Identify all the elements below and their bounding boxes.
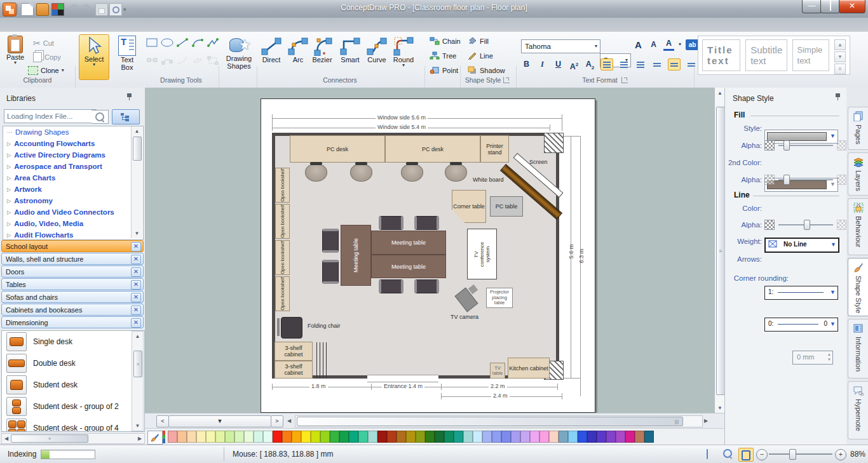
tab-behaviour[interactable]: Behaviour: [848, 198, 868, 255]
screen-label[interactable]: Screen: [529, 159, 548, 165]
palette-swatch[interactable]: [225, 431, 234, 443]
new-document-icon[interactable]: [21, 3, 34, 16]
bold-button[interactable]: B: [521, 59, 532, 70]
scroll-up-icon[interactable]: ▲: [132, 332, 143, 339]
library-section-bar[interactable]: Sofas and chairs✕: [1, 291, 144, 303]
libraries-h-scrollbar[interactable]: ◀ ≡ ▶: [1, 433, 145, 444]
palette-swatch[interactable]: [435, 431, 444, 443]
library-search-input[interactable]: [4, 109, 97, 123]
undo-icon[interactable]: ↶: [67, 3, 79, 15]
palette-swatch[interactable]: [196, 431, 206, 443]
palette-swatch[interactable]: [215, 431, 225, 443]
connector-round-button[interactable]: Round▾: [393, 37, 414, 67]
ellipse-tool-icon[interactable]: [160, 37, 174, 48]
close-button[interactable]: ✕: [839, 0, 865, 13]
tv-conference-shape[interactable]: TV conference system: [467, 229, 497, 279]
pc-desk-shape[interactable]: PC desk: [290, 135, 385, 163]
restore-button[interactable]: [820, 0, 840, 13]
app-logo-icon[interactable]: [3, 3, 17, 17]
stool-chair-shape[interactable]: [401, 164, 423, 182]
shrink-font-icon[interactable]: A: [648, 39, 659, 50]
palette-swatch[interactable]: [368, 431, 377, 443]
scroll-down-icon[interactable]: ▼: [715, 405, 724, 411]
palette-swatch[interactable]: [177, 431, 187, 443]
library-tree-item[interactable]: ▷Artwork: [3, 184, 143, 195]
chair-shape[interactable]: [322, 229, 339, 253]
palette-swatch[interactable]: [568, 431, 578, 443]
align-middle-button[interactable]: [668, 58, 681, 70]
palette-swatch[interactable]: [587, 431, 597, 443]
fill-style-select[interactable]: ▼: [764, 130, 838, 144]
connector-arc-button[interactable]: Arc: [287, 37, 309, 64]
line-color-select[interactable]: No Line ▼: [764, 238, 839, 253]
pin-icon[interactable]: [126, 93, 133, 100]
transform-icon[interactable]: [206, 55, 220, 66]
palette-swatch[interactable]: [397, 431, 406, 443]
zoom-in-button[interactable]: +: [835, 449, 846, 460]
library-section-bar[interactable]: Dimensioning✕: [1, 316, 144, 328]
chair-shape[interactable]: [414, 216, 439, 230]
white-board-label[interactable]: White board: [473, 177, 504, 183]
list-item[interactable]: Single desk: [2, 331, 144, 352]
dim-entrance-label[interactable]: Entrance 1.4 m: [382, 383, 424, 389]
alpha-checker-icon[interactable]: [764, 175, 775, 185]
point-button[interactable]: Point: [430, 66, 458, 74]
palette-swatch[interactable]: [463, 431, 473, 443]
palette-swatch[interactable]: [559, 431, 568, 443]
palette-swatch[interactable]: [282, 431, 292, 443]
corner-rounding-input[interactable]: 0 mm ▲▼: [792, 351, 833, 365]
stool-chair-shape[interactable]: [350, 164, 372, 182]
library-section-bar[interactable]: Cabinets and bookcases✕: [1, 304, 144, 316]
arc-tool-icon[interactable]: [191, 37, 205, 48]
scrollbar-thumb[interactable]: |||: [297, 417, 683, 426]
pc-table-shape[interactable]: PC table: [490, 196, 523, 217]
chair-shape[interactable]: [414, 279, 439, 293]
connector-smart-button[interactable]: Smart: [339, 37, 361, 64]
chair-shape[interactable]: [379, 279, 403, 293]
select-button[interactable]: Select▾: [79, 34, 109, 80]
palette-swatch[interactable]: [520, 431, 530, 443]
library-tree-item[interactable]: ▷Audio and Video Connectors: [3, 206, 143, 218]
palette-swatch[interactable]: [349, 431, 358, 443]
projector-table-shape[interactable]: Projector placing table: [486, 288, 513, 308]
palette-swatch[interactable]: [501, 431, 511, 443]
cut-button[interactable]: ✂Cut: [33, 38, 54, 48]
library-tree-item[interactable]: ▷Active Directory Diagrams: [3, 149, 143, 161]
document-page[interactable]: Window side 5.6 m Window side 5.4 m 5.6 …: [261, 98, 595, 413]
prev-page-button[interactable]: <: [156, 415, 169, 427]
palette-swatch[interactable]: [206, 431, 215, 443]
highlight-icon[interactable]: ab: [686, 39, 699, 50]
copy-button[interactable]: Copy: [33, 52, 61, 62]
weight-select[interactable]: 1: ▼: [764, 286, 838, 300]
palette-swatch[interactable]: [454, 431, 463, 443]
gallery-title-text[interactable]: Title text: [702, 39, 740, 71]
chair-shape[interactable]: [322, 260, 339, 284]
palette-swatch[interactable]: [597, 431, 606, 443]
tv-camera-label[interactable]: TV camera: [451, 314, 478, 320]
expand-arrow-icon[interactable]: ▷: [7, 232, 11, 238]
palette-swatch[interactable]: [320, 431, 330, 443]
expand-arrow-icon[interactable]: ▷: [7, 210, 11, 215]
palette-swatch[interactable]: [311, 431, 320, 443]
palette-swatch[interactable]: [473, 431, 482, 443]
palette-swatch[interactable]: [511, 431, 520, 443]
search-button[interactable]: [92, 110, 109, 124]
palette-swatch[interactable]: [578, 431, 587, 443]
palette-swatch[interactable]: [539, 431, 549, 443]
font-color-icon[interactable]: A: [663, 38, 674, 51]
dim-63-label[interactable]: 6.3 m: [578, 247, 585, 265]
palette-swatch[interactable]: [425, 431, 435, 443]
meeting-table-shape[interactable]: Meeting table: [371, 255, 446, 278]
tree-scrollbar[interactable]: ▲ ▼: [131, 126, 142, 238]
palette-swatch[interactable]: [292, 431, 301, 443]
palette-swatch[interactable]: [549, 431, 559, 443]
close-icon[interactable]: ✕: [131, 293, 141, 302]
expand-arrow-icon[interactable]: ▷: [7, 141, 11, 147]
polyline-tool-icon[interactable]: [206, 37, 220, 48]
zoom-region-icon[interactable]: [723, 449, 732, 460]
close-icon[interactable]: ✕: [131, 280, 141, 290]
open-bookshelf-shape[interactable]: Open bookshelf: [275, 276, 290, 311]
dotted-node-icon[interactable]: ⋯: [7, 130, 12, 135]
library-tree-item[interactable]: ⋯Drawing Shapes: [3, 126, 143, 138]
canvas-v-scrollbar[interactable]: ▲ ≡ ▼: [714, 88, 724, 413]
